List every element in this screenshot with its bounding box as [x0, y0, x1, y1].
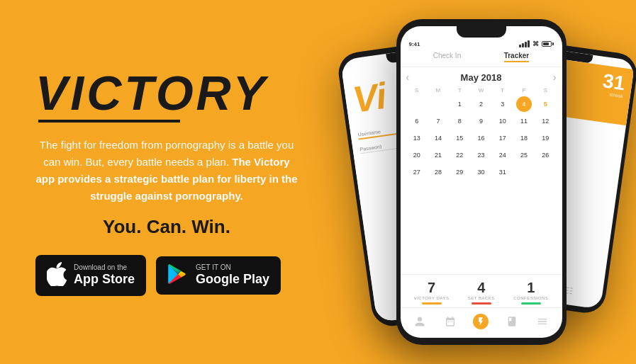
cal-next-arrow[interactable]: ›: [553, 72, 557, 83]
day-label-sun: S: [406, 87, 428, 93]
cal-cell-24[interactable]: 24: [495, 147, 511, 163]
stats-row: 7 VICTORY DAYS 4 SET BACKS 1 CONFESSIONS: [401, 274, 562, 307]
stat-num-1: 7: [428, 280, 435, 295]
cal-cell-26[interactable]: 26: [537, 147, 553, 163]
cal-cell-12[interactable]: 12: [537, 113, 553, 129]
cal-cell-30[interactable]: 30: [473, 164, 489, 180]
app-store-sub: Download on the: [74, 263, 135, 272]
calendar-rows: 1 2 3 4 5 6 7 8 9 10 11 12: [406, 96, 557, 180]
google-play-sub: GET IT ON: [196, 263, 269, 272]
calendar-days-header: S M T W T F S: [406, 87, 557, 93]
stat-victory-days: 7 VICTORY DAYS: [414, 280, 450, 305]
victory-underline: [38, 120, 180, 123]
day-label-wed: W: [470, 87, 491, 93]
victory-logo: VICTORY: [35, 69, 268, 123]
cal-cell-25[interactable]: 25: [516, 147, 532, 163]
nav-book-icon[interactable]: [504, 314, 520, 329]
cal-cell-empty-4: [537, 164, 553, 180]
status-bar: 9:41 ⌘: [401, 38, 562, 49]
nav-settings-icon[interactable]: [535, 314, 550, 329]
stat-bar-2: [472, 302, 491, 305]
google-play-button[interactable]: GET IT ON Google Play: [156, 256, 281, 295]
tagline: You. Can. Win.: [35, 216, 298, 238]
phone-center: 9:41 ⌘: [396, 19, 567, 345]
store-buttons: Download on the App Store: [35, 255, 281, 296]
cal-cell-5[interactable]: 5: [537, 96, 553, 112]
day-label-mon: M: [428, 87, 449, 93]
cal-cell-21[interactable]: 21: [430, 147, 446, 163]
stat-confessions: 1 CONFESSIONS: [513, 280, 548, 305]
status-time: 9:41: [409, 41, 420, 47]
cal-cell-3[interactable]: 3: [495, 96, 511, 112]
tab-checkin[interactable]: Check In: [433, 52, 461, 62]
cal-cell-8[interactable]: 8: [452, 113, 467, 129]
stat-bar-3: [521, 302, 541, 305]
cal-cell-23[interactable]: 23: [473, 147, 489, 163]
signal-bar-2: [522, 43, 524, 47]
day-label-sat: S: [535, 87, 556, 93]
stat-label-1: VICTORY DAYS: [414, 296, 450, 300]
cal-cell-14[interactable]: 14: [430, 130, 446, 146]
streak-day: 31: [601, 71, 626, 93]
battery-icon: [542, 41, 554, 47]
nav-calendar-icon[interactable]: [442, 314, 458, 329]
day-label-fri: F: [513, 87, 535, 93]
cal-cell-16[interactable]: 16: [473, 130, 489, 146]
google-play-text: GET IT ON Google Play: [196, 263, 269, 288]
tab-tracker[interactable]: Tracker: [504, 52, 530, 62]
cal-cell-22[interactable]: 22: [452, 147, 467, 163]
cal-cell-1[interactable]: 1: [452, 96, 467, 112]
cal-cell-28[interactable]: 28: [430, 164, 446, 180]
app-store-button[interactable]: Download on the App Store: [35, 255, 146, 296]
nav-lightning-icon[interactable]: [473, 314, 489, 329]
cal-cell-27[interactable]: 27: [409, 164, 425, 180]
cal-cell-18[interactable]: 18: [516, 130, 532, 146]
phone-center-screen: 9:41 ⌘: [401, 26, 562, 338]
day-label-tue: T: [449, 87, 470, 93]
cal-cell-2[interactable]: 2: [473, 96, 489, 112]
stat-label-3: CONFESSIONS: [513, 296, 548, 300]
stat-num-2: 4: [477, 280, 485, 295]
cal-cell-4[interactable]: 4: [516, 96, 532, 112]
signal-bar-3: [525, 42, 527, 47]
stat-set-backs: 4 SET BACKS: [468, 280, 495, 305]
cal-cell-11[interactable]: 11: [516, 113, 532, 129]
day-label-thu: T: [492, 87, 513, 93]
app-store-name: App Store: [74, 272, 135, 288]
cal-cell-13[interactable]: 13: [409, 130, 425, 146]
cal-cell-31[interactable]: 31: [495, 164, 511, 180]
cal-cell-15[interactable]: 15: [452, 130, 467, 146]
stat-label-2: SET BACKS: [468, 296, 495, 300]
cal-prev-arrow[interactable]: ‹: [406, 72, 410, 83]
cal-cell-17[interactable]: 17: [495, 130, 511, 146]
calendar-header: ‹ May 2018 ›: [406, 72, 557, 83]
cal-cell-29[interactable]: 29: [452, 164, 467, 180]
streak-label: streak: [609, 92, 623, 99]
phone-center-notch: [457, 26, 506, 38]
cal-cell-empty-3: [516, 164, 532, 180]
cal-cell-7[interactable]: 7: [430, 113, 446, 129]
left-section: VICTORY The fight for freedom from porno…: [0, 40, 326, 324]
cal-cell-empty-2: [430, 96, 446, 112]
cal-cell-19[interactable]: 19: [537, 130, 553, 146]
cal-cell-9[interactable]: 9: [473, 113, 489, 129]
google-play-name: Google Play: [196, 272, 269, 288]
calendar-grid: S M T W T F S 1: [406, 87, 557, 180]
description-text: The fight for freedom from pornography i…: [35, 137, 298, 205]
calendar-area: ‹ May 2018 › S M T W T F S: [401, 67, 562, 274]
app-store-text: Download on the App Store: [74, 263, 135, 288]
apple-icon: [47, 262, 67, 289]
stat-bar-1: [422, 302, 442, 305]
header-tabs: Check In Tracker: [401, 49, 562, 67]
google-play-icon: [167, 263, 189, 288]
cal-cell-6[interactable]: 6: [409, 113, 425, 129]
signal-bars: [519, 40, 530, 47]
signal-bar-1: [519, 45, 521, 47]
nav-profile-icon[interactable]: [412, 314, 428, 329]
cal-cell-10[interactable]: 10: [495, 113, 511, 129]
right-section: Vi Username Password 31 streak 14d: [326, 0, 636, 364]
calendar-title: May 2018: [461, 72, 502, 83]
cal-cell-20[interactable]: 20: [409, 147, 425, 163]
stat-num-3: 1: [527, 280, 535, 295]
bottom-nav: [401, 307, 562, 338]
